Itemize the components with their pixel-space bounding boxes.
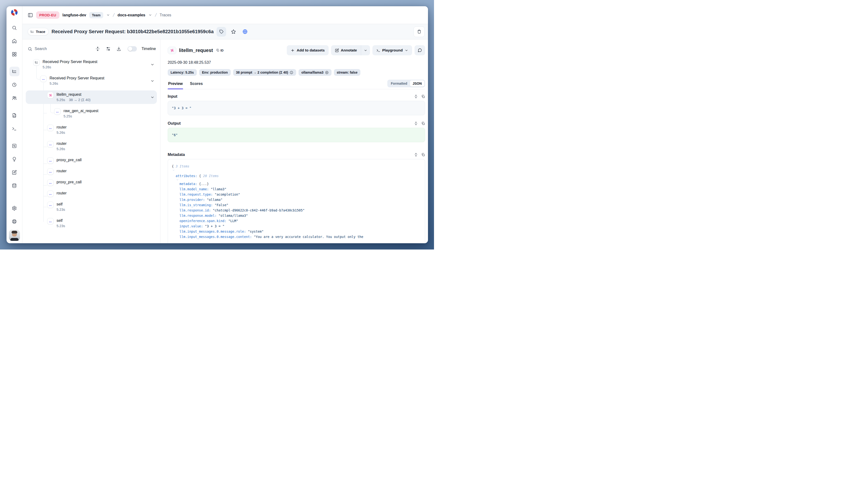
bookmark-star-button[interactable] <box>229 27 238 37</box>
token-usage-badge[interactable]: 38 prompt → 2 completion (Σ 40) <box>233 69 296 76</box>
breadcrumb-divider: / <box>155 12 157 18</box>
chevron-down-icon[interactable] <box>148 13 152 17</box>
sidebar-item-sessions[interactable] <box>9 80 20 89</box>
tab-preview[interactable]: Preview <box>168 80 183 89</box>
breadcrumb-section[interactable]: Traces <box>160 13 171 17</box>
span-tree: Received Proxy Server Request 5.26s ↔ Re… <box>26 58 157 230</box>
output-label: Output <box>168 121 181 125</box>
pen-square-icon <box>12 170 17 175</box>
tag-button[interactable] <box>217 27 226 37</box>
breadcrumb-org[interactable]: langfuse-dev <box>63 13 86 17</box>
chevron-down-icon[interactable] <box>172 169 175 172</box>
copy-icon[interactable] <box>421 153 425 157</box>
breadcrumb-divider: / <box>112 12 115 18</box>
sidebar-item-playground[interactable] <box>9 124 20 133</box>
json-line[interactable]: attributes:{20 Items <box>172 173 421 181</box>
duration: 5.26s <box>57 130 65 135</box>
chevron-down-icon <box>364 49 367 52</box>
sidebar-item-home[interactable] <box>9 36 20 46</box>
collapse-section-icon[interactable] <box>414 95 418 98</box>
observation-badges: Latency: 5.25s Env: production 38 prompt… <box>168 69 425 76</box>
percent-square-icon <box>12 143 17 148</box>
tree-item-span[interactable]: ↔ raw_gen_ai_request 5.25s <box>26 107 157 120</box>
json-line: llm.is_streaming:"False" <box>172 202 421 208</box>
download-icon[interactable] <box>117 46 121 51</box>
collapse-section-icon[interactable] <box>414 153 418 157</box>
copy-icon[interactable] <box>421 95 425 98</box>
search-icon <box>12 25 17 30</box>
sidebar-item-annotation[interactable] <box>9 168 20 177</box>
tab-scores[interactable]: Scores <box>190 80 203 89</box>
user-avatar[interactable] <box>9 230 20 241</box>
duration: 5.26s <box>50 81 58 86</box>
tree-item-span[interactable]: ↔ self 5.23s <box>26 200 157 214</box>
tree-item-span[interactable]: ↔ router <box>26 189 157 198</box>
info-icon <box>290 71 293 74</box>
playground-button[interactable]: Playground <box>372 45 412 55</box>
sidebar-item-settings[interactable] <box>9 203 20 213</box>
tree-item-span[interactable]: ↔ router 5.26s <box>26 123 157 137</box>
json-line: llm.request.type:"acompletion" <box>172 192 421 197</box>
annotate-button[interactable]: Annotate <box>331 45 361 55</box>
timeline-label: Timeline <box>142 47 156 51</box>
timeline-toggle[interactable] <box>127 46 137 51</box>
json-line: llm.response.id:"chatcmpl-d96622c0-c642-… <box>172 208 421 213</box>
json-line: llm.response.model:"ollama/llama3" <box>172 213 421 218</box>
span-icon: ↔ <box>47 168 54 175</box>
tag-icon <box>219 29 224 34</box>
top-navigation-bar: PROD-EU langfuse-dev Team / docs-example… <box>22 6 428 24</box>
home-icon <box>12 38 17 44</box>
annotate-dropdown-button[interactable] <box>361 45 370 55</box>
sidebar-toggle-icon[interactable] <box>28 13 33 18</box>
view-mode-json[interactable]: JSON <box>410 80 424 87</box>
sidebar-item-search[interactable] <box>9 23 20 33</box>
stream-badge: stream: false <box>334 69 360 76</box>
tree-item-span[interactable]: ↔ router <box>26 167 157 177</box>
sidebar-item-evaluation[interactable] <box>9 141 20 150</box>
chevron-down-icon[interactable] <box>106 13 110 17</box>
sidebar-item-tracing[interactable] <box>9 66 20 76</box>
chevron-down-icon[interactable] <box>150 95 155 99</box>
output-section-header: Output <box>168 121 425 125</box>
observation-tree-panel: Timeline <box>22 39 160 243</box>
org-logo[interactable] <box>11 9 17 16</box>
span-icon: ↔ <box>47 218 54 224</box>
json-line: llm.provider:"ollama" <box>172 197 421 202</box>
desktop-background: PROD-EU langfuse-dev Team / docs-example… <box>0 0 434 250</box>
sidebar-item-dashboards[interactable] <box>9 49 20 59</box>
model-badge[interactable]: ollama/llama3 <box>298 69 331 76</box>
tree-item-span[interactable]: ↔ self 5.23s <box>26 217 157 230</box>
json-line: llm.input_messages.0.message.content:"Yo… <box>172 234 421 240</box>
breadcrumb-project[interactable]: docs-examples <box>118 13 145 17</box>
search-input[interactable] <box>35 47 89 51</box>
terminal-icon <box>12 126 17 131</box>
generation-icon <box>47 92 54 98</box>
sidebar-item-insights[interactable] <box>9 154 20 164</box>
chevron-down-icon[interactable] <box>150 79 155 83</box>
tree-item-span[interactable]: ↔ proxy_pre_call <box>26 178 157 187</box>
comments-button[interactable] <box>415 45 425 55</box>
tree-item-span[interactable]: ↔ Received Proxy Server Request 5.26s <box>26 74 157 88</box>
sidebar-item-prompts[interactable] <box>9 110 20 120</box>
json-line[interactable]: metadata:{...} <box>172 181 421 186</box>
tree-item-span[interactable]: ↔ proxy_pre_call <box>26 156 157 165</box>
tree-item-trace-root[interactable]: Received Proxy Server Request 5.26s <box>26 58 157 71</box>
copy-id-button[interactable]: ID <box>216 49 223 52</box>
sidebar-item-users[interactable] <box>9 93 20 103</box>
tree-item-generation-selected[interactable]: litellm_request 5.25s38 → 2 (Σ 40) <box>26 90 157 104</box>
view-settings-icon[interactable] <box>106 46 111 51</box>
sidebar-item-support[interactable] <box>9 217 20 226</box>
chevron-down-icon[interactable] <box>176 179 179 181</box>
chevron-down-icon[interactable] <box>150 63 155 66</box>
collapse-all-icon[interactable] <box>95 46 100 51</box>
tree-item-span[interactable]: ↔ router 5.26s <box>26 139 157 153</box>
sidebar-item-datasets[interactable] <box>9 181 20 190</box>
add-to-datasets-button[interactable]: Add to datasets <box>287 45 328 55</box>
view-mode-formatted[interactable]: Formatted <box>388 80 410 87</box>
copy-icon[interactable] <box>421 122 425 125</box>
collapse-section-icon[interactable] <box>414 122 418 125</box>
json-line[interactable]: {3 Items <box>172 163 421 172</box>
publish-button[interactable] <box>241 27 249 37</box>
delete-trace-button[interactable] <box>414 26 425 37</box>
trace-type-badge[interactable]: Trace <box>28 28 49 35</box>
